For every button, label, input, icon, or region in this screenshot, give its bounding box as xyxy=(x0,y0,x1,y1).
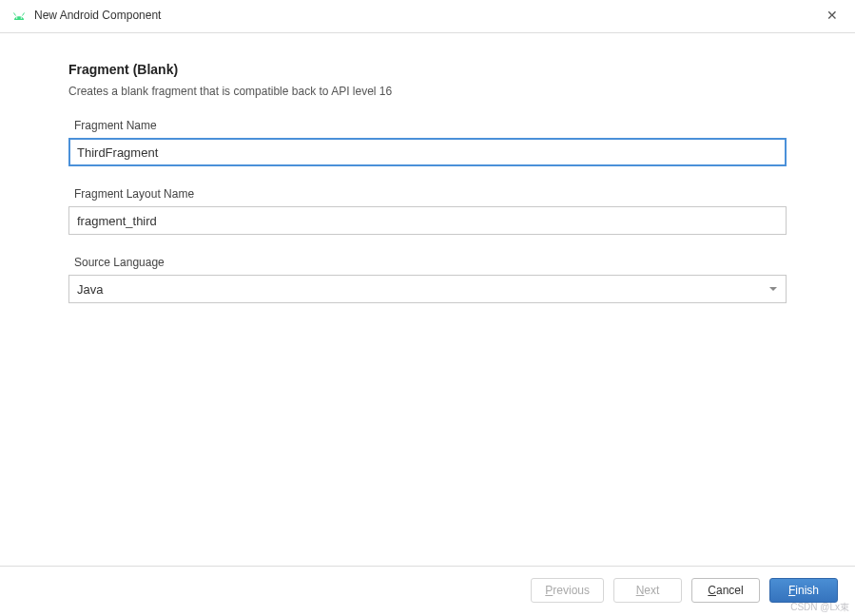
cancel-button[interactable]: Cancel xyxy=(691,578,760,603)
cancel-button-mnemonic: C xyxy=(708,584,716,597)
source-language-label: Source Language xyxy=(68,256,787,269)
previous-button-mnemonic: P xyxy=(545,584,553,597)
footer: Previous Next Cancel Finish CSDN @Lx束 xyxy=(0,566,855,616)
fragment-name-block: Fragment Name xyxy=(68,119,787,166)
cancel-button-rest: ancel xyxy=(716,584,744,597)
android-icon xyxy=(11,10,27,21)
watermark: CSDN @Lx束 xyxy=(790,601,849,614)
previous-button-rest: revious xyxy=(553,584,590,597)
svg-line-1 xyxy=(23,13,25,16)
svg-line-0 xyxy=(14,13,16,16)
svg-point-3 xyxy=(21,17,23,19)
layout-name-block: Fragment Layout Name xyxy=(68,187,787,235)
page-subtitle: Creates a blank fragment that is compati… xyxy=(68,85,787,98)
layout-name-input[interactable] xyxy=(68,206,787,235)
next-button-mnemonic: N xyxy=(636,584,645,597)
next-button-rest: ext xyxy=(644,584,659,597)
source-language-select[interactable]: Java xyxy=(68,275,787,303)
next-button[interactable]: Next xyxy=(613,578,682,603)
layout-name-label: Fragment Layout Name xyxy=(68,187,787,201)
fragment-name-label: Fragment Name xyxy=(68,119,787,132)
fragment-name-input[interactable] xyxy=(68,138,787,166)
finish-button[interactable]: Finish xyxy=(769,578,838,603)
finish-button-mnemonic: F xyxy=(788,584,795,597)
chevron-down-icon xyxy=(769,287,777,291)
svg-point-2 xyxy=(16,17,18,19)
previous-button[interactable]: Previous xyxy=(531,578,604,603)
window-title: New Android Component xyxy=(34,9,161,22)
titlebar-left: New Android Component xyxy=(11,9,161,22)
finish-button-rest: inish xyxy=(795,584,819,597)
content-area: Fragment (Blank) Creates a blank fragmen… xyxy=(0,33,855,566)
close-icon[interactable]: ✕ xyxy=(821,6,844,25)
titlebar: New Android Component ✕ xyxy=(0,0,855,33)
source-language-block: Source Language Java xyxy=(68,256,787,303)
source-language-value: Java xyxy=(68,275,787,303)
page-title: Fragment (Blank) xyxy=(68,62,787,77)
